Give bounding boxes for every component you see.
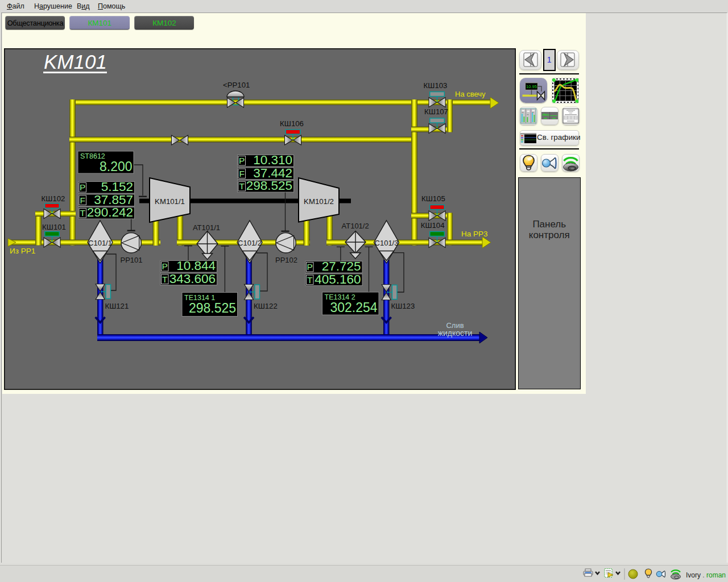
svg-text:PP102: PP102 <box>275 256 297 264</box>
svg-text:C101/3: C101/3 <box>375 239 399 247</box>
svg-text:10.844: 10.844 <box>176 259 216 273</box>
svg-text:F: F <box>80 196 85 205</box>
svg-text:КШ102: КШ102 <box>42 194 65 203</box>
svg-text:КШ123: КШ123 <box>391 302 415 310</box>
svg-text:КШ107: КШ107 <box>424 107 448 116</box>
svg-text:P: P <box>239 156 245 165</box>
svg-text:На свечу: На свечу <box>455 90 486 98</box>
svg-text:302.254: 302.254 <box>330 300 378 315</box>
svg-text:<PP101: <PP101 <box>223 81 250 89</box>
svg-text:На РР3: На РР3 <box>461 230 488 238</box>
svg-text:AT101/1: AT101/1 <box>193 223 220 232</box>
svg-text:КШ121: КШ121 <box>105 302 129 310</box>
svg-text:C101/2: C101/2 <box>238 239 262 247</box>
svg-text:37.857: 37.857 <box>94 193 133 207</box>
svg-text:КШ101: КШ101 <box>42 223 66 231</box>
svg-text:F: F <box>239 169 245 178</box>
svg-text:PP101: PP101 <box>120 256 142 264</box>
svg-text:P: P <box>80 182 85 192</box>
svg-text:290.242: 290.242 <box>87 205 133 219</box>
svg-text:KM101/2: KM101/2 <box>304 197 334 206</box>
svg-text:37.442: 37.442 <box>253 166 292 180</box>
svg-text:8.200: 8.200 <box>100 159 133 174</box>
svg-text:КШ103: КШ103 <box>424 81 448 90</box>
svg-text:KM101: KM101 <box>44 51 107 73</box>
svg-text:5.152: 5.152 <box>101 180 133 194</box>
svg-text:жидкости: жидкости <box>438 329 473 338</box>
svg-text:405.160: 405.160 <box>315 272 361 286</box>
svg-text:T: T <box>162 275 168 284</box>
svg-text:Из РР1: Из РР1 <box>10 247 35 255</box>
svg-text:10.310: 10.310 <box>253 153 292 167</box>
svg-text:C101/1: C101/1 <box>88 239 112 247</box>
svg-text:298.525: 298.525 <box>189 300 236 315</box>
svg-text:AT101/2: AT101/2 <box>342 222 369 230</box>
svg-text:KM101/1: KM101/1 <box>155 197 185 206</box>
svg-text:P: P <box>162 261 168 271</box>
svg-text:КШ122: КШ122 <box>254 302 278 310</box>
svg-text:298.525: 298.525 <box>246 178 292 193</box>
svg-text:КШ106: КШ106 <box>280 119 304 128</box>
svg-text:T: T <box>80 208 86 218</box>
svg-text:T: T <box>239 181 245 191</box>
svg-text:КШ105: КШ105 <box>421 194 445 203</box>
svg-text:343.606: 343.606 <box>169 272 216 286</box>
svg-text:T: T <box>307 275 313 285</box>
svg-text:10.95: 10.95 <box>526 84 537 89</box>
svg-text:КШ104: КШ104 <box>421 221 445 230</box>
svg-text:27.725: 27.725 <box>322 259 361 273</box>
svg-text:P: P <box>307 262 313 272</box>
